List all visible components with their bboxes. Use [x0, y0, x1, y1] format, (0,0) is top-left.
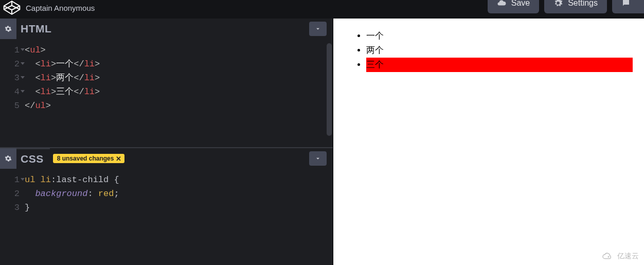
html-settings-button[interactable] — [0, 19, 16, 39]
chevron-down-icon — [314, 25, 321, 32]
css-panel-title: CSS — [16, 148, 50, 169]
unsaved-changes-badge[interactable]: 8 unsaved changes ✕ — [53, 154, 125, 163]
gear-icon — [5, 155, 12, 162]
vertical-scrollbar[interactable] — [327, 43, 332, 136]
watermark-text: 亿速云 — [617, 252, 639, 261]
css-panel-header: CSS 8 unsaved changes ✕ — [0, 148, 333, 169]
logo-wrap: Captain Anonymous — [3, 0, 95, 15]
chevron-down-icon — [314, 155, 321, 162]
username: Captain Anonymous — [26, 4, 95, 12]
html-code-editor[interactable]: 1 2 3 4 5 <ul> <li>一个</li> <li>两个</li> <… — [0, 39, 333, 147]
codepen-logo-icon — [3, 0, 21, 15]
editors-column: HTML 1 2 3 4 5 <ul> <li>一个</li> <li>两个</… — [0, 19, 333, 265]
top-buttons: Save Settings — [488, 0, 644, 13]
close-icon[interactable]: ✕ — [116, 155, 121, 162]
css-settings-button[interactable] — [0, 148, 16, 169]
css-gutter: 1 2 3 — [0, 169, 23, 265]
list-item: 两个 — [366, 43, 633, 58]
save-button-label: Save — [511, 0, 530, 8]
cloud-icon — [497, 0, 506, 8]
css-code-editor[interactable]: 1 2 3 ul li:last-child { background: red… — [0, 169, 333, 265]
settings-button-label: Settings — [568, 0, 598, 8]
fold-icon[interactable] — [21, 178, 25, 181]
list-item: 一个 — [366, 29, 633, 43]
top-bar: Captain Anonymous Save Settings — [0, 0, 644, 19]
unsaved-changes-label: 8 unsaved changes — [57, 155, 114, 162]
fold-icon[interactable] — [21, 76, 25, 79]
cloud-icon — [601, 252, 614, 261]
list-item: 三个 — [366, 58, 633, 72]
preview-list: 一个 两个 三个 — [345, 29, 633, 72]
fold-icon[interactable] — [21, 90, 25, 93]
gear-icon — [553, 0, 563, 8]
chat-icon — [621, 0, 631, 8]
preview-pane: 一个 两个 三个 亿速云 — [333, 19, 644, 265]
css-panel: CSS 8 unsaved changes ✕ 1 2 3 ul li:last… — [0, 147, 333, 265]
html-panel-header: HTML — [0, 19, 333, 39]
svg-point-0 — [608, 256, 610, 258]
css-code-body[interactable]: ul li:last-child { background: red; } — [23, 169, 119, 265]
settings-button[interactable]: Settings — [544, 0, 607, 13]
html-collapse-button[interactable] — [309, 22, 327, 36]
fold-icon[interactable] — [21, 62, 25, 65]
watermark: 亿速云 — [601, 252, 639, 261]
fold-icon[interactable] — [21, 48, 25, 51]
gear-icon — [5, 25, 12, 32]
html-gutter: 1 2 3 4 5 — [0, 39, 23, 147]
save-button[interactable]: Save — [488, 0, 539, 13]
extra-button[interactable] — [612, 0, 644, 13]
css-collapse-button[interactable] — [309, 151, 327, 166]
html-code-body[interactable]: <ul> <li>一个</li> <li>两个</li> <li>三个</li>… — [23, 39, 100, 147]
main: HTML 1 2 3 4 5 <ul> <li>一个</li> <li>两个</… — [0, 19, 644, 265]
html-panel: HTML 1 2 3 4 5 <ul> <li>一个</li> <li>两个</… — [0, 19, 333, 147]
html-panel-title: HTML — [16, 19, 58, 39]
